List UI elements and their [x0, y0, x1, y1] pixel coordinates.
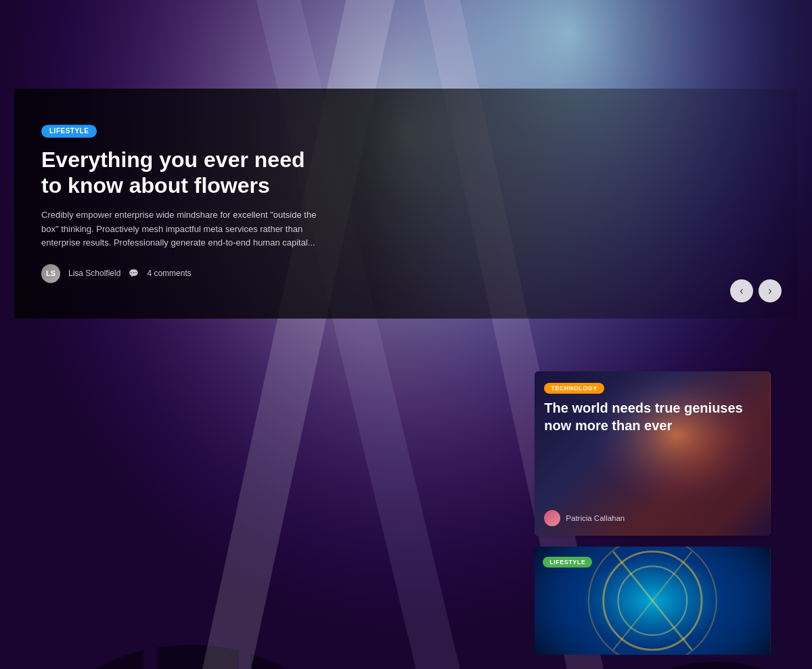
lifestyle-img-tag: LIFESTYLE: [543, 555, 595, 573]
hero-slider: LIFESTYLE Everything you ever need to kn…: [14, 89, 798, 319]
comment-icon: 💬: [129, 269, 139, 279]
hero-category-tag: LIFESTYLE: [41, 124, 97, 137]
technology-dark-tag: TECHNOLOGY: [544, 383, 604, 394]
technology-dark-title: The world needs true geniuses now more t…: [544, 399, 761, 434]
hero-author-name: Lisa Scholfield: [68, 269, 120, 279]
website-content: Gridlove Home Modules Posts Archives Pag…: [14, 48, 798, 669]
concert-image: [41, 371, 277, 669]
technology-dark-meta: Patricia Callahan: [544, 510, 761, 526]
hero-meta: LS Lisa Scholfield 💬 4 comments: [41, 264, 325, 283]
svg-rect-8: [143, 645, 158, 669]
technology-dark-avatar: [544, 510, 560, 526]
card-lifestyle[interactable]: LIFESTYLE If you're truly happy and you …: [535, 547, 771, 669]
hero-author-avatar: LS: [41, 264, 60, 283]
slider-navigation: ‹ ›: [730, 279, 782, 302]
hero-content: LIFESTYLE Everything you ever need to kn…: [41, 124, 325, 283]
card-technology-dark[interactable]: TECHNOLOGY The world needs true geniuses…: [535, 371, 771, 536]
hero-title: Everything you ever need to know about f…: [41, 147, 325, 199]
content-area: Editor's pick: [14, 319, 798, 669]
technology-dark-author: Patricia Callahan: [566, 514, 625, 522]
editors-pick-grid: ENTERTAINMENT Are rock concerts really c…: [41, 371, 771, 669]
prev-slide-button[interactable]: ‹: [730, 279, 753, 302]
sparkle-image: LIFESTYLE: [535, 547, 771, 655]
next-slide-button[interactable]: ›: [759, 279, 782, 302]
browser-window: demo.mekshq.com + Gridlove Home Modules …: [14, 14, 798, 669]
technology-dark-content: TECHNOLOGY The world needs true geniuses…: [535, 371, 771, 536]
hero-comments: 4 comments: [147, 269, 191, 279]
card-concert[interactable]: [41, 371, 277, 669]
hero-excerpt: Credibly empower enterprise wide mindsha…: [41, 208, 325, 250]
lifestyle-tag: LIFESTYLE: [543, 557, 592, 568]
